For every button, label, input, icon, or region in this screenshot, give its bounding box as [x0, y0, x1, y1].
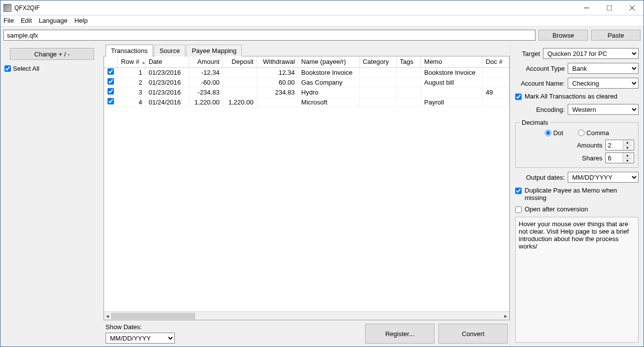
window-title: QFX2QIF [14, 4, 40, 11]
select-all-checkbox[interactable]: Select All [4, 65, 100, 72]
account-type-row: Account Type Bank [515, 63, 639, 74]
account-type-select[interactable]: Bank [568, 63, 639, 74]
cell-doc [483, 97, 509, 107]
mark-cleared-input[interactable] [515, 94, 522, 100]
table-row[interactable]: 301/23/2016-234.83234.83Hydro49 [104, 87, 509, 97]
cell-memo: Bookstore Invoice [421, 67, 483, 77]
cell-category [360, 77, 397, 87]
center-panel: Transactions Source Payee Mapping Row # [104, 44, 510, 347]
center-bottom-bar: Show Dates: MM/DD/YYYY Register... Conve… [104, 320, 510, 347]
open-after-label: Open after conversion [525, 205, 588, 213]
close-button[interactable] [621, 0, 644, 15]
menu-language[interactable]: Language [39, 17, 67, 24]
cell-row: 3 [118, 87, 146, 97]
row-checkbox[interactable] [107, 68, 114, 75]
register-button[interactable]: Register... [365, 324, 434, 344]
open-after-input[interactable] [515, 206, 522, 213]
table-row[interactable]: 401/24/20161,220.001,220.00MicrosoftPayr… [104, 97, 509, 107]
cell-name: Hydro [298, 87, 360, 97]
cell-date: 01/23/2016 [145, 77, 189, 87]
tab-source[interactable]: Source [154, 45, 185, 56]
col-category[interactable]: Category [360, 56, 397, 67]
menu-edit[interactable]: Edit [21, 17, 32, 24]
cell-deposit: 1,220.00 [223, 97, 257, 107]
select-all-input[interactable] [4, 65, 11, 72]
scroll-left-icon[interactable]: ◄ [104, 312, 111, 320]
cell-date: 01/23/2016 [145, 87, 189, 97]
cell-name: Gas Company [298, 77, 360, 87]
col-deposit[interactable]: Deposit [223, 56, 257, 67]
shares-up-icon[interactable]: ▲ [623, 153, 632, 158]
grid-header-row: Row # Date Amount Deposit Withdrawal Nam… [104, 56, 509, 67]
account-name-select[interactable]: Checking [568, 78, 639, 89]
app-icon [3, 4, 11, 12]
cell-amount: 1,220.00 [189, 97, 222, 107]
shares-down-icon[interactable]: ▼ [623, 158, 632, 163]
account-type-label: Account Type [515, 65, 565, 72]
shares-input[interactable] [606, 153, 623, 163]
col-tags[interactable]: Tags [397, 56, 421, 67]
scroll-right-icon[interactable]: ► [502, 312, 509, 320]
maximize-button[interactable] [598, 0, 621, 15]
transactions-table: Row # Date Amount Deposit Withdrawal Nam… [104, 56, 509, 107]
file-path-input[interactable] [3, 30, 536, 41]
cell-memo: Payroll [421, 97, 483, 107]
row-checkbox[interactable] [107, 78, 114, 85]
encoding-select[interactable]: Western [568, 104, 639, 115]
menu-help[interactable]: Help [74, 17, 88, 24]
mark-cleared-checkbox[interactable]: Mark All Transactions as cleared [515, 93, 639, 100]
shares-spinner[interactable]: ▲▼ [605, 152, 634, 163]
row-checkbox[interactable] [107, 88, 114, 95]
change-sign-button[interactable]: Change + / - [10, 48, 94, 60]
amounts-up-icon[interactable]: ▲ [623, 140, 632, 146]
col-name[interactable]: Name (payee/r) [298, 56, 360, 67]
horizontal-scrollbar[interactable]: ◄ ► [104, 311, 509, 320]
show-dates-select[interactable]: MM/DD/YYYY [106, 333, 175, 344]
encoding-row: Encoding: Western [515, 104, 639, 115]
decimal-dot-radio[interactable]: Dot [545, 129, 563, 137]
open-after-checkbox[interactable]: Open after conversion [515, 205, 639, 213]
cell-tags [397, 97, 421, 107]
main-area: Change + / - Select All Transactions Sou… [0, 44, 644, 347]
cell-tags [397, 77, 421, 87]
target-row: Target Quicken 2017 for PC [515, 48, 639, 59]
col-memo[interactable]: Memo [421, 56, 483, 67]
decimal-comma-radio[interactable]: Comma [578, 129, 609, 137]
col-doc[interactable]: Doc # [483, 56, 509, 67]
table-row[interactable]: 101/23/2016-12.3412.34Bookstore InvoiceB… [104, 67, 509, 77]
cell-memo: August bill [421, 77, 483, 87]
col-withdrawal[interactable]: Withdrawal [257, 56, 298, 67]
col-date[interactable]: Date [145, 56, 189, 67]
minimize-button[interactable] [575, 0, 598, 15]
cell-amount: -234.83 [189, 87, 222, 97]
col-row[interactable]: Row # [118, 56, 146, 67]
col-amount[interactable]: Amount [189, 56, 222, 67]
cell-deposit [223, 87, 257, 97]
left-panel: Change + / - Select All [0, 44, 104, 347]
target-select[interactable]: Quicken 2017 for PC [543, 48, 639, 59]
select-all-label: Select All [13, 65, 39, 72]
cell-category [360, 97, 397, 107]
account-name-label: Account Name: [515, 80, 565, 87]
duplicate-payee-input[interactable] [515, 188, 522, 194]
tab-payee-mapping[interactable]: Payee Mapping [186, 45, 242, 56]
table-row[interactable]: 201/23/2016-60.0060.00Gas CompanyAugust … [104, 77, 509, 87]
row-checkbox[interactable] [107, 98, 114, 104]
cell-deposit [223, 67, 257, 77]
cell-doc [483, 67, 509, 77]
paste-button[interactable]: Paste [591, 30, 641, 41]
amounts-spinner[interactable]: ▲▼ [605, 140, 634, 150]
tab-transactions[interactable]: Transactions [106, 45, 153, 56]
right-panel: Target Quicken 2017 for PC Account Type … [510, 44, 644, 347]
help-text-box: Hover your mouse over things that are no… [515, 217, 639, 343]
scroll-thumb[interactable] [111, 313, 195, 319]
browse-button[interactable]: Browse [538, 30, 588, 41]
convert-button[interactable]: Convert [438, 324, 508, 344]
amounts-input[interactable] [606, 140, 623, 150]
col-check[interactable] [104, 56, 118, 67]
duplicate-payee-checkbox[interactable]: Duplicate Payee as Memo when missing [515, 187, 639, 201]
menu-file[interactable]: File [3, 17, 14, 24]
amounts-down-icon[interactable]: ▼ [623, 146, 632, 150]
encoding-label: Encoding: [515, 106, 565, 113]
output-dates-select[interactable]: MM/DD'YYYY [568, 172, 639, 183]
